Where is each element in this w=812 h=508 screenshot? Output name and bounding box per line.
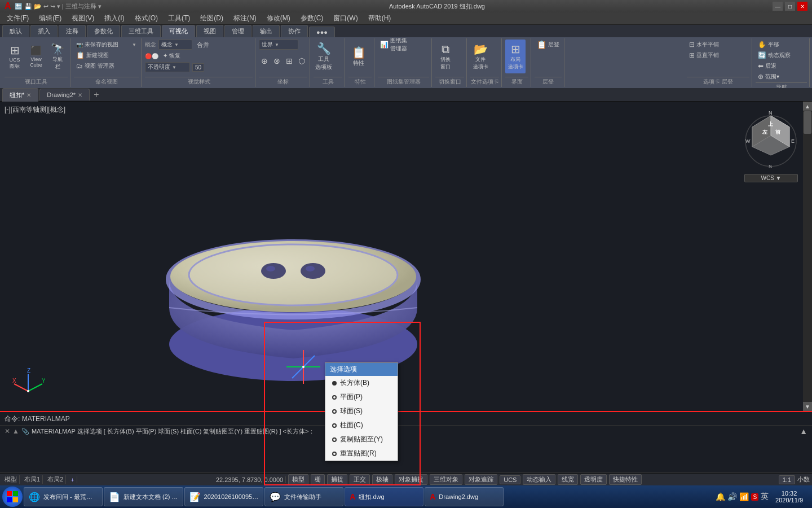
tab-parametric[interactable]: 参数化 (87, 25, 120, 37)
transparency-dropdown[interactable]: 不透明度▼ (145, 62, 190, 72)
snap-btn[interactable]: 捕捉 (327, 474, 347, 485)
cmd-clear-btn[interactable]: ✕ (5, 427, 10, 435)
tray-icon-5[interactable]: 英 (761, 492, 769, 502)
taskbar-wechat[interactable]: 💬 文件传输助手 (264, 487, 343, 506)
command-expand-btn[interactable]: ▲ (800, 427, 807, 436)
ctx-menu-reset-map[interactable]: 重置贴图(R) (325, 446, 398, 461)
polar-btn[interactable]: 极轴 (372, 474, 392, 485)
coord-btn2[interactable]: ⊗ (271, 51, 283, 71)
coord-btn4[interactable]: ⬡ (296, 51, 307, 71)
world-dropdown[interactable]: 世界▼ (259, 40, 298, 50)
menu-format[interactable]: 格式(O) (130, 12, 162, 24)
quickprop-btn[interactable]: 快捷特性 (609, 474, 642, 485)
view-manager-button[interactable]: 🗂 视图 管理器 (74, 61, 117, 71)
transparency-btn[interactable]: 透明度 (580, 474, 607, 485)
new-view-button[interactable]: 📋 新建视图 (74, 50, 111, 60)
vertical-flat-button[interactable]: ⊞垂直平铺 (687, 50, 721, 60)
layout-button[interactable]: ⊞ 布局选项卡 (505, 40, 526, 73)
minimize-button[interactable]: — (773, 2, 783, 11)
scroll-track[interactable] (803, 111, 812, 402)
scroll-down-button[interactable]: ▼ (803, 402, 812, 411)
wcs-dropdown[interactable]: WCS ▼ (744, 174, 798, 182)
ucs-btn[interactable]: UCS (500, 475, 520, 484)
coord-btn3[interactable]: ⊞ (284, 51, 295, 71)
scroll-thumb[interactable] (804, 111, 811, 134)
ctx-menu-plane[interactable]: 平面(P) (325, 390, 398, 404)
tab-default[interactable]: 默认 (2, 25, 29, 37)
layout2-btn[interactable]: 布局2 (45, 475, 66, 484)
horizontal-flat-button[interactable]: ⊟水平平铺 (687, 40, 721, 50)
scrollbar-right[interactable]: ▲ ▼ (803, 102, 812, 411)
menu-draw[interactable]: 绘图(D) (196, 12, 228, 24)
range-button[interactable]: ⊕范围▾ (756, 72, 782, 82)
nav-bar-button[interactable]: 🔭 导航栏 (47, 40, 68, 73)
plot-manager-button[interactable]: 📊图纸集管理器 (378, 40, 409, 50)
tab-view[interactable]: 视图 (196, 25, 223, 37)
taskbar-notepad[interactable]: 📄 新建文本文档 (2) … (104, 487, 183, 506)
osnap-btn[interactable]: 对象捕捉 (395, 474, 427, 485)
tab-visualize[interactable]: 可视化 (162, 25, 195, 37)
model-space-btn[interactable]: 模型 (288, 474, 308, 485)
tray-icon-2[interactable]: 🔊 (727, 492, 737, 501)
grid-btn[interactable]: 栅 (311, 474, 325, 485)
dynamic-observe-button[interactable]: 🔄动态观察 (756, 50, 793, 60)
coord-btn1[interactable]: ⊕ (259, 51, 270, 71)
menu-modify[interactable]: 修改(M) (262, 12, 295, 24)
menu-file[interactable]: 文件(F) (2, 12, 33, 24)
taskbar-autocad1[interactable]: A 纽扣.dwg (345, 487, 423, 506)
menu-view[interactable]: 视图(V) (67, 12, 99, 24)
file-tabs-button[interactable]: 📂 文件选项卡 (470, 40, 491, 73)
ortho-btn[interactable]: 正交 (350, 474, 370, 485)
menu-edit[interactable]: 编辑(E) (34, 12, 66, 24)
maximize-button[interactable]: □ (785, 2, 795, 11)
menu-tools[interactable]: 工具(T) (164, 12, 195, 24)
tray-icon-3[interactable]: 📶 (739, 492, 749, 501)
tab-3d-tools[interactable]: 三维工具 (121, 25, 161, 37)
layout1-btn[interactable]: 布局1 (22, 475, 43, 484)
menu-help[interactable]: 帮助(H) (364, 12, 396, 24)
tab-output[interactable]: 输出 (253, 25, 280, 37)
close-button[interactable]: ✕ (797, 2, 807, 11)
close-tab-drawing2[interactable]: ✕ (78, 92, 82, 98)
menu-dimension[interactable]: 标注(N) (229, 12, 261, 24)
pan-button[interactable]: ✋平移 (756, 40, 782, 50)
scroll-up-button[interactable]: ▲ (803, 102, 812, 111)
add-layout-btn[interactable]: + (68, 476, 77, 483)
ctx-menu-box[interactable]: 长方体(B) (325, 376, 398, 390)
menu-param[interactable]: 参数(C) (296, 12, 328, 24)
taskbar-browser[interactable]: 🌐 发布问问 - 最荒… (24, 487, 103, 506)
start-button[interactable] (2, 487, 23, 507)
merge-button[interactable]: 合并 (195, 40, 211, 50)
view-cube[interactable]: 左 前 上 N S W E WCS ▼ (744, 110, 798, 183)
tab-manage[interactable]: 管理 (224, 25, 251, 37)
ucs-icon-button[interactable]: ⊞ UCS图标 (5, 40, 25, 73)
tab-annotation[interactable]: 注释 (59, 25, 86, 37)
menu-window[interactable]: 窗口(W) (329, 12, 362, 24)
ctx-menu-copy-map[interactable]: 复制贴图至(Y) (325, 432, 398, 446)
tray-icon-1[interactable]: 🔔 (716, 492, 725, 501)
dynin-btn[interactable]: 动态输入 (523, 474, 555, 485)
tab-insert[interactable]: 插入 (30, 25, 58, 37)
scale-btn[interactable]: 1:1 (779, 475, 795, 484)
tray-icon-sougou[interactable]: S (751, 493, 758, 501)
tab-collab[interactable]: 协作 (281, 25, 308, 37)
close-tab-niukou[interactable]: ✕ (27, 92, 31, 98)
restore-button[interactable]: ✦ 恢复 (161, 51, 183, 61)
cmd-arrow-up[interactable]: ▲ (12, 427, 19, 435)
switch-window-button[interactable]: ⧉ 切换窗口 (435, 40, 456, 73)
tab-more[interactable]: ●●● (309, 27, 335, 37)
layer-button[interactable]: 📋层登 (535, 40, 562, 50)
taskbar-doc[interactable]: 📝 20201026100095… (184, 487, 264, 506)
menu-insert[interactable]: 插入(I) (100, 12, 129, 24)
tools-button[interactable]: 🔧 工具选项板 (314, 40, 334, 73)
doc-tab-niukou[interactable]: 纽扣* ✕ (2, 88, 38, 102)
view-cube-button[interactable]: ⬛ ViewCube (26, 40, 46, 73)
3dosnap-btn[interactable]: 三维对象 (430, 474, 462, 485)
doc-tab-drawing2[interactable]: Drawing2* ✕ (39, 89, 90, 100)
model-tab-btn[interactable]: 模型 (2, 475, 20, 484)
properties-button[interactable]: 📋 特性 (348, 40, 369, 73)
unsaved-view-dropdown[interactable]: 📷 未保存的视图 ▼ (74, 40, 139, 50)
taskbar-autocad2[interactable]: A Drawing2.dwg (425, 487, 504, 506)
ctx-menu-cylinder[interactable]: 柱面(C) (325, 418, 398, 432)
concept-dropdown[interactable]: 概念▼ (158, 40, 192, 50)
